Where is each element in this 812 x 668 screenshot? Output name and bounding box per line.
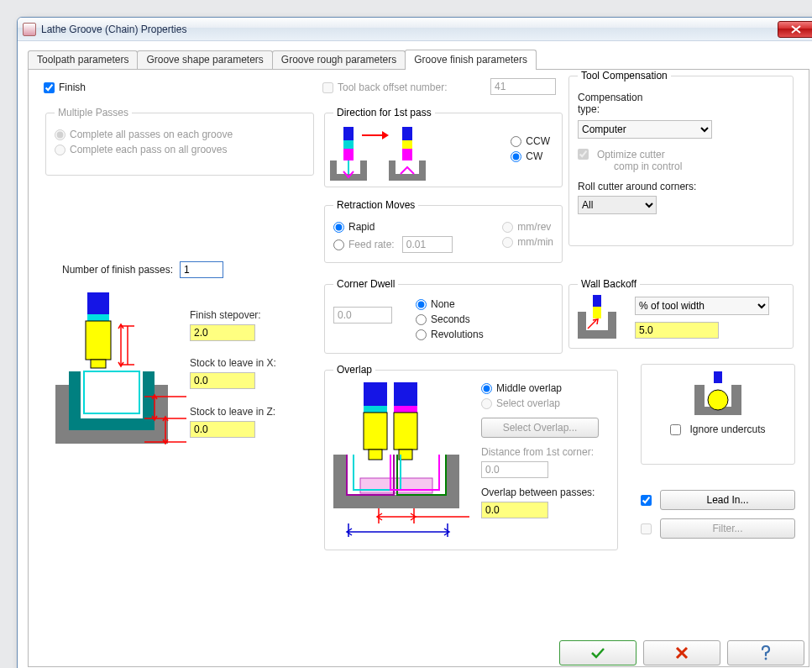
close-button[interactable] [778,21,812,38]
ignore-undercuts-row[interactable]: Ignore undercuts [648,423,788,435]
svg-point-52 [708,390,728,410]
retraction-mmmin-row[interactable]: mm/min [502,236,553,248]
close-icon [791,25,801,34]
multiple-passes-opt2-row[interactable]: Complete each pass on all grooves [55,144,305,155]
multiple-passes-opt2-radio[interactable] [55,145,65,155]
tab-groove-rough-parameters[interactable]: Groove rough parameters [272,50,406,69]
overlap-middle-radio[interactable] [481,383,492,394]
select-overlap-button[interactable]: Select Overlap... [481,418,599,438]
svg-rect-18 [343,140,354,149]
retraction-group: Retraction Moves Rapid Feed rate: [324,199,563,263]
corner-dwell-none-radio[interactable] [416,299,427,310]
corner-dwell-none-row[interactable]: None [416,298,484,310]
wall-backoff-value-input[interactable] [635,322,719,339]
tab-groove-shape-parameters[interactable]: Groove shape parameters [137,50,272,69]
retraction-feed-radio[interactable] [333,239,344,250]
svg-rect-30 [364,382,387,406]
help-button[interactable] [727,640,804,665]
corner-dwell-rev-radio[interactable] [416,329,427,340]
stock-x-block: Stock to leave in X: [190,357,276,389]
direction-cw-radio[interactable] [511,151,521,162]
roll-cutter-label: Roll cutter around corners: [578,181,784,192]
overlap-between-label: Overlap between passes: [481,487,599,498]
app-icon [23,23,36,36]
tool-comp-group: Tool Compensation Compensationtype: Comp… [568,70,794,246]
ignore-undercuts-panel: Ignore undercuts [641,364,795,465]
finish-stepover-block: Finish stepover: [190,309,261,341]
overlap-distance-input[interactable] [481,461,548,478]
stock-x-label: Stock to leave in X: [190,357,276,369]
corner-dwell-input[interactable] [333,307,392,323]
ok-button[interactable] [559,640,637,665]
optimize-cutter-checkbox[interactable] [578,149,589,160]
title-bar: Lathe Groove (Chain) Properties [18,18,812,41]
corner-dwell-seconds-label: Seconds [431,313,470,325]
corner-dwell-rev-row[interactable]: Revolutions [416,329,484,340]
dialog-footer-buttons [559,640,804,665]
retraction-mmmin-radio[interactable] [502,237,513,248]
cancel-button[interactable] [643,640,720,665]
finish-stepover-input[interactable] [190,324,255,341]
ignore-undercuts-label: Ignore undercuts [689,423,765,435]
overlap-select-label: Select overlap [496,397,560,409]
tool-back-offset-input[interactable] [490,78,556,95]
finish-checkbox[interactable] [44,82,55,93]
wall-backoff-mode-select[interactable]: % of tool width [635,297,769,315]
wall-backoff-icon [576,295,618,340]
direction-ccw-label: CCW [526,135,550,147]
retraction-feed-row[interactable]: Feed rate: [333,236,453,253]
check-icon [590,646,605,660]
filter-button[interactable]: Filter... [660,518,795,539]
svg-rect-0 [87,292,109,314]
svg-rect-33 [369,450,382,460]
svg-rect-25 [402,149,412,160]
num-finish-passes-input[interactable] [180,261,223,278]
optimize-cutter-row[interactable]: Optimize cutter comp in control [578,149,784,172]
stock-z-input[interactable] [190,421,255,438]
retraction-rapid-radio[interactable] [333,222,344,233]
stock-x-input[interactable] [190,372,255,389]
retraction-feed-input[interactable] [402,236,453,253]
tab-groove-finish-parameters[interactable]: Groove finish parameters [405,50,537,70]
ignore-undercuts-checkbox[interactable] [670,424,681,435]
overlap-diagram [328,382,471,542]
wall-backoff-legend: Wall Backoff [578,278,640,290]
overlap-middle-label: Middle overlap [496,382,562,394]
svg-rect-31 [364,406,387,413]
retraction-rapid-row[interactable]: Rapid [333,221,453,233]
finish-stepover-diagram [44,292,186,469]
svg-rect-6 [81,371,143,418]
tool-back-offset-checkbox[interactable] [322,82,333,93]
tool-comp-type-select[interactable]: Computer [578,120,712,139]
roll-cutter-select[interactable]: All [578,196,657,214]
direction-ccw-row[interactable]: CCW [511,135,550,147]
direction-cw-row[interactable]: CW [511,150,550,162]
tool-back-offset-row[interactable]: Tool back offset number: [322,82,448,93]
lead-in-button[interactable]: Lead In... [660,490,795,510]
corner-dwell-seconds-row[interactable]: Seconds [416,313,484,325]
svg-rect-49 [593,307,601,318]
corner-dwell-seconds-radio[interactable] [416,314,427,325]
filter-checkbox[interactable] [641,523,652,534]
retraction-mmrev-radio[interactable] [502,222,513,233]
tool-comp-type-label: Compensationtype: [578,92,784,115]
direction-diagram [330,127,448,182]
multiple-passes-opt1-radio[interactable] [55,129,65,140]
svg-rect-35 [394,406,417,413]
stock-z-block: Stock to leave in Z: [190,406,275,438]
tab-bar: Toolpath parameters Groove shape paramet… [28,50,809,70]
finish-checkbox-label[interactable]: Finish [44,82,86,93]
overlap-middle-row[interactable]: Middle overlap [481,382,599,394]
overlap-group: Overlap [324,364,618,550]
multiple-passes-opt1-row[interactable]: Complete all passes on each groove [55,129,305,140]
overlap-select-row[interactable]: Select overlap [481,397,599,409]
lead-in-checkbox[interactable] [641,495,652,506]
direction-ccw-radio[interactable] [511,136,521,147]
svg-rect-19 [343,149,354,160]
overlap-between-input[interactable] [481,502,548,518]
multiple-passes-opt2-label: Complete each pass on all grooves [70,144,227,155]
retraction-mmrev-row[interactable]: mm/rev [502,221,553,233]
overlap-select-radio[interactable] [481,398,492,409]
tab-toolpath-parameters[interactable]: Toolpath parameters [28,50,138,69]
retraction-mmmin-label: mm/min [517,236,553,248]
